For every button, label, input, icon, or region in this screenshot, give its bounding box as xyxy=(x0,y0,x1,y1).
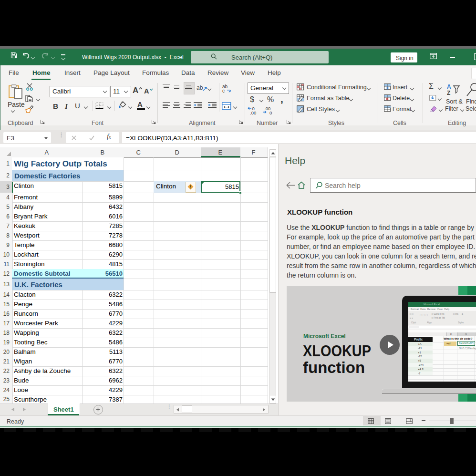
svg-text:.00: .00 xyxy=(250,110,256,115)
svg-text:c: c xyxy=(222,88,225,93)
svg-text:0: 0 xyxy=(269,110,272,115)
svg-text:ab: ab xyxy=(197,84,203,91)
